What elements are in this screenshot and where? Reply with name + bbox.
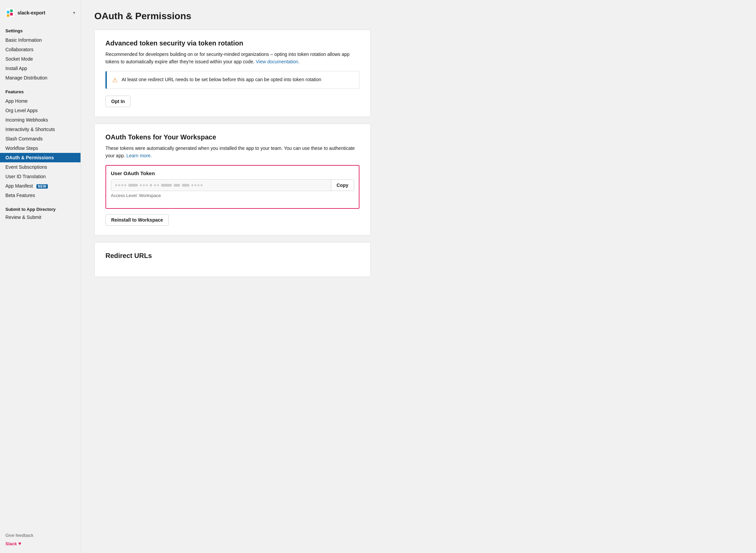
token-segment-8 xyxy=(182,184,189,187)
dot-bar xyxy=(128,184,138,187)
warning-icon: ⚠ xyxy=(112,76,118,84)
page-title: OAuth & Permissions xyxy=(94,11,743,22)
token-segment-5 xyxy=(154,184,159,186)
alert-box: ⚠ At least one redirect URL needs to be … xyxy=(105,71,359,89)
sidebar-item-app-manifest[interactable]: App Manifest NEW xyxy=(0,181,81,191)
token-security-description: Recommended for developers building on o… xyxy=(105,51,359,66)
sidebar-item-oauth-permissions[interactable]: OAuth & Permissions xyxy=(0,153,81,162)
dot-bar xyxy=(150,184,152,187)
sidebar-item-manage-distribution[interactable]: Manage Distribution xyxy=(0,73,81,83)
svg-rect-1 xyxy=(7,11,9,13)
sidebar-item-beta-features[interactable]: Beta Features xyxy=(0,191,81,200)
token-segment-2 xyxy=(128,184,138,187)
token-dots xyxy=(111,181,331,190)
sidebar-item-install-app[interactable]: Install App xyxy=(0,64,81,73)
learn-more-link[interactable]: Learn more. xyxy=(126,153,152,158)
token-security-card: Advanced token security via token rotati… xyxy=(94,30,371,117)
alert-text: At least one redirect URL needs to be se… xyxy=(122,76,321,83)
svg-rect-3 xyxy=(7,14,9,17)
dot xyxy=(143,184,145,186)
app-icon xyxy=(5,8,15,18)
sidebar-item-review-submit[interactable]: Review & Submit xyxy=(0,213,81,222)
token-segment-4 xyxy=(150,184,152,187)
user-oauth-token-section: User OAuth Token xyxy=(105,165,359,209)
sidebar-item-user-id-translation[interactable]: User ID Translation xyxy=(0,172,81,181)
submit-section-label: Submit to App Directory xyxy=(0,203,81,213)
sidebar-item-event-subscriptions[interactable]: Event Subscriptions xyxy=(0,162,81,172)
token-segment-7 xyxy=(174,184,180,187)
dot xyxy=(191,184,193,186)
sidebar-item-slash-commands[interactable]: Slash Commands xyxy=(0,134,81,143)
new-badge: NEW xyxy=(36,184,48,189)
sidebar-item-app-home[interactable]: App Home xyxy=(0,96,81,106)
access-level: Access Level: Workspace xyxy=(111,193,354,198)
dot xyxy=(121,184,123,186)
main-content: OAuth & Permissions Advanced token secur… xyxy=(81,0,756,553)
dot-bar xyxy=(182,184,189,187)
sidebar-item-org-level-apps[interactable]: Org Level Apps xyxy=(0,106,81,115)
slack-branding: Slack ♥ xyxy=(5,541,75,546)
opt-in-button[interactable]: Opt In xyxy=(105,96,130,107)
sidebar-item-workflow-steps[interactable]: Workflow Steps xyxy=(0,143,81,153)
dot xyxy=(124,184,126,186)
give-feedback-link[interactable]: Give feedback xyxy=(5,533,75,538)
svg-rect-4 xyxy=(10,13,13,15)
slack-label: Slack xyxy=(5,541,17,546)
token-segment-9 xyxy=(191,184,202,186)
chevron-down-icon: ▾ xyxy=(73,10,75,15)
dot xyxy=(115,184,117,186)
svg-rect-2 xyxy=(10,9,13,12)
sidebar-footer: Give feedback Slack ♥ xyxy=(0,529,81,548)
token-segment-3 xyxy=(140,184,148,186)
dot xyxy=(146,184,148,186)
settings-section-label: Settings xyxy=(0,24,81,35)
token-segment-1 xyxy=(115,184,126,186)
sidebar-item-interactivity-shortcuts[interactable]: Interactivity & Shortcuts xyxy=(0,125,81,134)
dot xyxy=(140,184,142,186)
oauth-tokens-card: OAuth Tokens for Your Workspace These to… xyxy=(94,124,371,235)
dot-bar xyxy=(161,184,172,187)
dot xyxy=(197,184,199,186)
dot xyxy=(200,184,202,186)
token-segment-6 xyxy=(161,184,172,187)
oauth-tokens-description: These tokens were automatically generate… xyxy=(105,144,359,160)
features-section-label: Features xyxy=(0,85,81,96)
redirect-urls-title: Redirect URLs xyxy=(105,252,359,260)
app-selector[interactable]: slack-export ▾ xyxy=(0,5,81,24)
view-documentation-link[interactable]: View documentation. xyxy=(256,59,300,64)
redirect-urls-card: Redirect URLs xyxy=(94,242,371,277)
dot xyxy=(118,184,120,186)
dot xyxy=(194,184,196,186)
app-name: slack-export xyxy=(18,10,45,15)
dot xyxy=(157,184,159,186)
copy-button[interactable]: Copy xyxy=(331,180,354,191)
user-oauth-token-label: User OAuth Token xyxy=(111,170,354,176)
sidebar-item-basic-information[interactable]: Basic Information xyxy=(0,35,81,45)
heart-icon: ♥ xyxy=(18,541,21,546)
token-field-wrapper: Copy xyxy=(111,180,354,191)
oauth-tokens-title: OAuth Tokens for Your Workspace xyxy=(105,133,359,141)
token-security-title: Advanced token security via token rotati… xyxy=(105,39,359,47)
sidebar: slack-export ▾ Settings Basic Informatio… xyxy=(0,0,81,553)
sidebar-item-socket-mode[interactable]: Socket Mode xyxy=(0,54,81,64)
sidebar-item-incoming-webhooks[interactable]: Incoming Webhooks xyxy=(0,115,81,125)
reinstall-button[interactable]: Reinstall to Workspace xyxy=(105,214,169,226)
dot xyxy=(154,184,156,186)
dot-bar xyxy=(174,184,180,187)
sidebar-item-collaborators[interactable]: Collaborators xyxy=(0,45,81,54)
